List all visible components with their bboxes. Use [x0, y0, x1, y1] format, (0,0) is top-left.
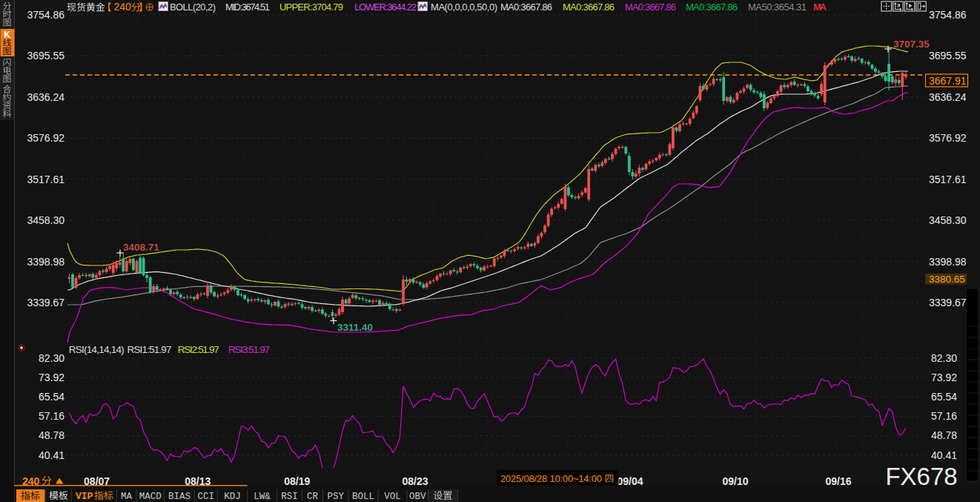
svg-text:09/10: 09/10 [722, 475, 748, 487]
svg-text:CR: CR [307, 492, 319, 502]
svg-text:65.54: 65.54 [931, 391, 957, 403]
svg-text:3695.55: 3695.55 [27, 50, 64, 62]
svg-text:CCI: CCI [198, 492, 215, 502]
svg-text:MACD: MACD [139, 492, 162, 502]
svg-text:3517.61: 3517.61 [929, 174, 967, 185]
svg-text:OBV: OBV [409, 492, 426, 502]
svg-text:48.78: 48.78 [931, 429, 957, 441]
svg-text:3458.30: 3458.30 [929, 214, 967, 226]
svg-text:KDJ: KDJ [224, 492, 241, 502]
svg-text:RSI(14,14,14): RSI(14,14,14) [69, 344, 125, 355]
svg-text:3636.24: 3636.24 [27, 91, 64, 103]
svg-text:MA0:3667.86: MA0:3667.86 [563, 1, 615, 13]
svg-text:3576.92: 3576.92 [929, 132, 967, 144]
svg-text:08/19: 08/19 [284, 475, 310, 487]
svg-text:MA: MA [121, 492, 133, 502]
svg-text:3339.67: 3339.67 [929, 297, 967, 308]
svg-text:VIP: VIP [76, 491, 93, 502]
svg-text:40.41: 40.41 [39, 449, 64, 461]
svg-text:40.41: 40.41 [931, 449, 957, 461]
svg-text:57.16: 57.16 [39, 410, 64, 422]
svg-text:BOLL(20,2): BOLL(20,2) [170, 1, 216, 13]
svg-text:RSI1:51.97: RSI1:51.97 [128, 344, 172, 355]
svg-text:3339.67: 3339.67 [27, 297, 64, 308]
svg-text:240: 240 [114, 1, 132, 13]
svg-text:65.54: 65.54 [39, 391, 64, 403]
svg-text:MA0:3667.86: MA0:3667.86 [625, 1, 676, 13]
svg-text:RSI: RSI [281, 492, 298, 502]
svg-text:BIAS: BIAS [168, 492, 191, 502]
svg-text:48.78: 48.78 [39, 429, 64, 441]
svg-text:MA0:3667.86: MA0:3667.86 [500, 1, 552, 13]
svg-text:3398.98: 3398.98 [27, 256, 64, 268]
svg-text:3754.86: 3754.86 [27, 9, 64, 21]
svg-text:VOL: VOL [384, 492, 401, 502]
svg-text:3707.35: 3707.35 [893, 39, 930, 50]
svg-text:MA: MA [813, 1, 827, 13]
svg-text:3458.30: 3458.30 [27, 214, 64, 226]
svg-text:73.92: 73.92 [931, 371, 957, 383]
svg-text:MA50:3654.31: MA50:3654.31 [748, 1, 807, 13]
svg-text:MID:3674.51: MID:3674.51 [225, 1, 270, 13]
svg-text:08/23: 08/23 [402, 475, 428, 487]
svg-text:3408.71: 3408.71 [123, 242, 159, 253]
svg-text:LOWER:3644.22: LOWER:3644.22 [354, 1, 417, 13]
svg-text:3754.86: 3754.86 [929, 9, 967, 21]
svg-text:3311.40: 3311.40 [337, 322, 373, 333]
svg-text:BOLL: BOLL [352, 492, 374, 502]
svg-text:2025/08/28 10:00~14:00: 2025/08/28 10:00~14:00 [500, 473, 602, 484]
svg-text:RSI2:51.97: RSI2:51.97 [178, 344, 219, 355]
svg-text:K: K [4, 30, 10, 40]
svg-text:09/16: 09/16 [825, 475, 851, 487]
svg-text:3398.98: 3398.98 [929, 256, 967, 268]
svg-text:3576.92: 3576.92 [27, 132, 64, 144]
svg-text:57.16: 57.16 [931, 410, 957, 422]
svg-text:UPPER:3704.79: UPPER:3704.79 [279, 1, 343, 13]
svg-text:3636.24: 3636.24 [929, 91, 967, 103]
svg-text:3380.65: 3380.65 [929, 274, 965, 285]
svg-text:MA0:3667.86: MA0:3667.86 [686, 1, 738, 13]
svg-text:3517.61: 3517.61 [27, 174, 64, 185]
svg-text:82.30: 82.30 [931, 352, 957, 364]
svg-text:09/04: 09/04 [617, 475, 643, 487]
svg-text:82.30: 82.30 [39, 352, 64, 364]
svg-text:3667.91: 3667.91 [929, 75, 967, 87]
svg-text:RSI3:51.97: RSI3:51.97 [228, 344, 270, 355]
svg-text:PSY: PSY [327, 492, 344, 502]
svg-text:MA(0,0,0,0,50,0): MA(0,0,0,0,50,0) [431, 1, 497, 13]
svg-text:FX678: FX678 [885, 463, 957, 490]
svg-text:LW&: LW& [254, 492, 271, 502]
svg-text:3695.55: 3695.55 [929, 50, 967, 62]
svg-text:73.92: 73.92 [39, 371, 64, 383]
